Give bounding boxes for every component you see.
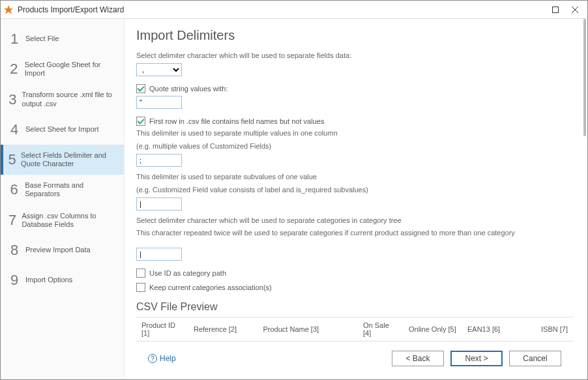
step-label: Select Google Sheet for Import bbox=[25, 61, 117, 78]
sub-label-2: (e.g. Customized Field value consists of… bbox=[136, 185, 573, 195]
quote-input[interactable] bbox=[136, 96, 182, 109]
cat-label-1: Select delimiter character which will be… bbox=[136, 216, 573, 226]
footer: ? Help < Back Next > Cancel bbox=[136, 344, 573, 373]
wizard-step-1[interactable]: 1Select File bbox=[1, 24, 124, 54]
wizard-step-8[interactable]: 8Preview Import Data bbox=[1, 235, 124, 265]
svg-rect-1 bbox=[553, 7, 559, 12]
wizard-step-9[interactable]: 9Import Options bbox=[1, 265, 124, 295]
column-header[interactable]: Online Only [5] bbox=[404, 317, 462, 342]
wizard-step-7[interactable]: 7Assign .csv Columns to Database Fields bbox=[1, 205, 124, 235]
step-number: 9 bbox=[7, 272, 22, 289]
step-label: Assign .csv Columns to Database Fields bbox=[22, 212, 117, 229]
firstrow-checkbox-label: First row in .csv file contains field na… bbox=[149, 117, 324, 125]
help-icon: ? bbox=[148, 354, 157, 363]
category-delimiter-input[interactable] bbox=[136, 248, 182, 261]
column-header[interactable]: Reference [2] bbox=[188, 317, 257, 342]
column-header[interactable]: Product ID [1] bbox=[136, 317, 188, 342]
step-label: Preview Import Data bbox=[25, 246, 91, 254]
step-number: 2 bbox=[7, 61, 21, 78]
wizard-step-3[interactable]: 3Transform source .xml file to output .c… bbox=[1, 84, 124, 114]
step-label: Select Fields Delimiter and Quote Charac… bbox=[21, 151, 117, 168]
delimiter-select[interactable]: , bbox=[136, 63, 182, 76]
sub-label-1: This delimiter is used to separate subva… bbox=[136, 172, 573, 182]
step-number: 8 bbox=[7, 242, 22, 259]
titlebar: Products Import/Export Wizard bbox=[1, 1, 587, 19]
column-header[interactable]: ISBN [7] bbox=[534, 317, 573, 342]
column-header[interactable]: On Sale [4] bbox=[358, 317, 404, 342]
main-panel: Import Delimiters Select delimiter chara… bbox=[125, 19, 587, 379]
maximize-button[interactable] bbox=[546, 3, 565, 17]
step-number: 4 bbox=[7, 121, 22, 138]
multi-label-2: (e.g. multiple values of Customized Fiel… bbox=[136, 141, 573, 151]
svg-marker-0 bbox=[4, 5, 13, 14]
step-label: Transform source .xml file to output .cs… bbox=[22, 91, 117, 108]
step-number: 7 bbox=[7, 212, 18, 229]
window-title: Products Import/Export Wizard bbox=[18, 5, 546, 14]
page-title: Import Delimiters bbox=[136, 28, 573, 43]
step-number: 5 bbox=[7, 151, 17, 168]
quote-checkbox[interactable] bbox=[136, 84, 145, 93]
cancel-button[interactable]: Cancel bbox=[509, 351, 561, 366]
step-label: Select File bbox=[25, 35, 59, 43]
quote-checkbox-label: Quote string values with: bbox=[149, 85, 228, 93]
useid-checkbox-label: Use ID as category path bbox=[149, 269, 226, 277]
help-link[interactable]: ? Help bbox=[148, 354, 176, 363]
step-number: 3 bbox=[7, 91, 18, 108]
wizard-window: Products Import/Export Wizard 1Select Fi… bbox=[0, 0, 588, 380]
step-number: 1 bbox=[7, 31, 22, 48]
wizard-step-6[interactable]: 6Base Formats and Separators bbox=[1, 175, 124, 205]
wizard-step-4[interactable]: 4Select Sheet for Import bbox=[1, 115, 124, 145]
delimiter-label: Select delimiter character which will be… bbox=[136, 51, 573, 61]
close-button[interactable] bbox=[565, 3, 585, 17]
wizard-steps-sidebar: 1Select File2Select Google Sheet for Imp… bbox=[1, 19, 125, 379]
firstrow-checkbox[interactable] bbox=[136, 117, 145, 126]
app-icon bbox=[3, 5, 14, 15]
wizard-step-5[interactable]: 5Select Fields Delimiter and Quote Chara… bbox=[1, 145, 124, 175]
step-label: Base Formats and Separators bbox=[25, 181, 117, 198]
sub-delimiter-input[interactable] bbox=[136, 197, 182, 211]
column-header[interactable]: Product Name [3] bbox=[257, 317, 358, 342]
step-number: 6 bbox=[7, 181, 21, 198]
multi-label-1: This delimiter is used to separate multi… bbox=[136, 128, 573, 138]
step-label: Import Options bbox=[25, 276, 72, 284]
next-button[interactable]: Next > bbox=[450, 351, 503, 366]
useid-checkbox[interactable] bbox=[136, 269, 145, 278]
step-label: Select Sheet for Import bbox=[25, 125, 99, 134]
back-button[interactable]: < Back bbox=[392, 351, 444, 366]
scrollbar[interactable] bbox=[583, 19, 586, 379]
keepcat-checkbox-label: Keep current categories association(s) bbox=[149, 284, 272, 291]
column-header[interactable]: EAN13 [6] bbox=[462, 317, 534, 342]
wizard-step-2[interactable]: 2Select Google Sheet for Import bbox=[1, 54, 124, 84]
csv-preview-table: Product ID [1]Reference [2]Product Name … bbox=[136, 317, 573, 344]
keepcat-checkbox[interactable] bbox=[136, 283, 145, 292]
cat-label-2: This character repeated twice will be us… bbox=[136, 228, 573, 238]
multi-delimiter-input[interactable] bbox=[136, 154, 182, 167]
preview-title: CSV File Preview bbox=[136, 301, 573, 313]
